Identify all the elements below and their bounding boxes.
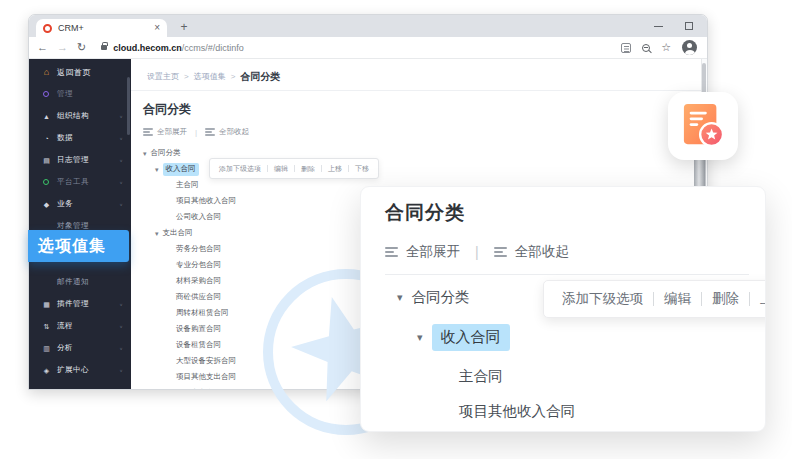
collapse-all-button[interactable]: 全部收起 xyxy=(515,243,569,261)
expand-all-button[interactable]: 全部展开 xyxy=(157,127,187,137)
caret-down-icon[interactable]: ▾ xyxy=(143,150,147,157)
sidebar-item-workflow[interactable]: ⇅ 流程 ∨ xyxy=(29,315,131,337)
reload-icon[interactable]: ↻ xyxy=(77,42,86,53)
collapse-all-icon xyxy=(494,247,507,257)
action-menu-item[interactable]: 上移 xyxy=(749,292,766,307)
action-menu-item[interactable]: 编辑 xyxy=(653,292,701,307)
lock-icon xyxy=(101,45,107,50)
tree-controls: 全部展开 | 全部收起 xyxy=(143,127,707,137)
sidebar-item-mail-notify[interactable]: 邮件通知 xyxy=(29,271,131,293)
action-menu-item[interactable]: 添加下级选项 xyxy=(213,165,267,172)
data-icon: ◔ xyxy=(41,135,52,142)
magnified-tree-controls: 全部展开 | 全部收起 xyxy=(385,243,765,261)
expand-all-icon xyxy=(143,128,153,136)
divider-line xyxy=(385,274,749,275)
business-icon: ◆ xyxy=(41,201,52,208)
document-star-card xyxy=(668,92,738,160)
sidebar-item-business[interactable]: ◆ 业务 ∨ xyxy=(29,193,131,215)
selected-node-label[interactable]: 收入合同 xyxy=(432,324,510,351)
collapse-all-icon xyxy=(205,128,215,136)
analysis-icon: ▥ xyxy=(41,345,52,352)
chevron-down-icon: ∨ xyxy=(119,346,123,351)
tab-close-icon[interactable]: × xyxy=(154,23,160,33)
tree-node[interactable]: 主合同 xyxy=(385,367,765,386)
chevron-down-icon: ∨ xyxy=(119,114,123,119)
workflow-icon: ⇅ xyxy=(41,323,52,330)
action-menu-item[interactable]: 上移 xyxy=(321,165,348,172)
breadcrumb-settings-home[interactable]: 设置主页 xyxy=(147,71,179,82)
sidebar-group-admin[interactable]: 管理 xyxy=(29,83,131,105)
caret-down-icon[interactable]: ▾ xyxy=(417,332,423,343)
forward-icon[interactable]: → xyxy=(57,42,68,53)
sidebar-group-platform-tools[interactable]: 平台工具 ∨ xyxy=(29,171,131,193)
sidebar-item-org[interactable]: ▲ 组织结构 ∨ xyxy=(29,105,131,127)
app-sidebar: ⌂ 返回首页 管理 ▲ 组织结构 ∨ ◔ 数据 ∨ ▤ 日志管理 ∨ xyxy=(29,59,131,389)
window-controls xyxy=(654,15,693,37)
collapse-all-button[interactable]: 全部收起 xyxy=(219,127,249,137)
node-action-menu: 添加下级选项编辑删除上移下移 xyxy=(543,280,766,318)
chevron-down-icon: ∨ xyxy=(119,180,123,185)
divider: | xyxy=(195,128,197,137)
caret-down-icon[interactable]: ▾ xyxy=(155,230,159,237)
selected-node-label[interactable]: 收入合同 xyxy=(163,163,199,176)
sidebar-item-plugins[interactable]: ▦ 插件管理 ∨ xyxy=(29,293,131,315)
action-menu-item[interactable]: 删除 xyxy=(701,292,749,307)
breadcrumb-separator: > xyxy=(231,72,236,81)
sidebar-item-analysis[interactable]: ▥ 分析 ∨ xyxy=(29,337,131,359)
income-children: 主合同项目其他收入合同公司收入合同 xyxy=(385,367,765,432)
org-structure-icon: ▲ xyxy=(41,113,52,120)
address-bar: ← → ↻ cloud.hecom.cn/ccms/#/dictinfo ☆ xyxy=(29,37,707,59)
sidebar-scrollbar[interactable] xyxy=(127,77,130,135)
minimize-icon[interactable] xyxy=(654,26,663,27)
action-menu-item[interactable]: 添加下级选项 xyxy=(552,292,653,307)
sidebar-item-extension-center[interactable]: ◈ 扩展中心 ∨ xyxy=(29,359,131,381)
expand-all-button[interactable]: 全部展开 xyxy=(406,243,460,261)
tab-title: CRM+ xyxy=(58,23,84,33)
expand-all-icon xyxy=(385,247,398,257)
option-set-callout[interactable]: 选项值集 xyxy=(28,230,129,262)
screenshot-stage: CRM+ × + ← → ↻ cloud.hecom.cn/ccms/#/dic… xyxy=(0,0,792,459)
magnified-page-title: 合同分类 xyxy=(385,200,765,226)
translate-icon[interactable] xyxy=(621,43,631,53)
new-tab-button[interactable]: + xyxy=(175,18,193,36)
chevron-down-icon: ∨ xyxy=(119,368,123,373)
breadcrumb-current: 合同分类 xyxy=(240,70,280,84)
chevron-down-icon: ∨ xyxy=(119,302,123,307)
url-path: /ccms/#/dictinfo xyxy=(182,43,244,53)
url-field[interactable]: cloud.hecom.cn/ccms/#/dictinfo xyxy=(95,40,615,56)
purple-ring-icon xyxy=(43,91,49,97)
chevron-down-icon: ∨ xyxy=(119,136,123,141)
address-bar-icons: ☆ xyxy=(621,40,697,55)
tree-node-income-selected[interactable]: ▾ 收入合同 添加下级选项编辑删除上移下移 xyxy=(385,324,765,351)
browser-tab-bar: CRM+ × + xyxy=(29,15,707,37)
tree-node[interactable]: 项目其他收入合同 xyxy=(385,402,765,421)
chevron-down-icon: ∨ xyxy=(119,158,123,163)
caret-down-icon[interactable]: ▾ xyxy=(155,166,159,173)
maximize-icon[interactable] xyxy=(685,22,693,30)
zoom-out-icon[interactable] xyxy=(642,44,650,52)
extension-icon: ◈ xyxy=(41,367,52,374)
back-icon[interactable]: ← xyxy=(37,42,48,53)
breadcrumb: 设置主页 > 选项值集 > 合同分类 xyxy=(131,59,707,91)
action-menu-item[interactable]: 下移 xyxy=(348,165,375,172)
url-host: cloud.hecom.cn xyxy=(113,43,182,53)
magnified-panel: 合同分类 全部展开 | 全部收起 ▾ 合同分类 ▾ 收入合同 添加下级选项编辑删… xyxy=(360,186,766,432)
bookmark-star-icon[interactable]: ☆ xyxy=(661,42,671,53)
home-icon: ⌂ xyxy=(41,68,52,77)
action-menu-item[interactable]: 删除 xyxy=(294,165,321,172)
breadcrumb-option-sets[interactable]: 选项值集 xyxy=(194,71,226,82)
node-action-menu: 添加下级选项编辑删除上移下移 xyxy=(209,158,379,179)
crm-favicon-icon xyxy=(43,24,52,33)
browser-tab[interactable]: CRM+ × xyxy=(36,19,167,37)
sidebar-item-data[interactable]: ◔ 数据 ∨ xyxy=(29,127,131,149)
document-star-icon xyxy=(682,103,724,149)
magnified-contract-tree: ▾ 合同分类 ▾ 收入合同 添加下级选项编辑删除上移下移 主合同项目其他收入合同… xyxy=(385,288,765,432)
action-menu-item[interactable]: 编辑 xyxy=(267,165,294,172)
sidebar-item-home[interactable]: ⌂ 返回首页 xyxy=(29,61,131,83)
chevron-down-icon: ∨ xyxy=(119,324,123,329)
page-title: 合同分类 xyxy=(143,101,707,118)
profile-avatar[interactable] xyxy=(682,40,697,55)
caret-down-icon[interactable]: ▾ xyxy=(397,292,403,303)
sidebar-item-logs[interactable]: ▤ 日志管理 ∨ xyxy=(29,149,131,171)
green-ring-icon xyxy=(43,179,49,185)
